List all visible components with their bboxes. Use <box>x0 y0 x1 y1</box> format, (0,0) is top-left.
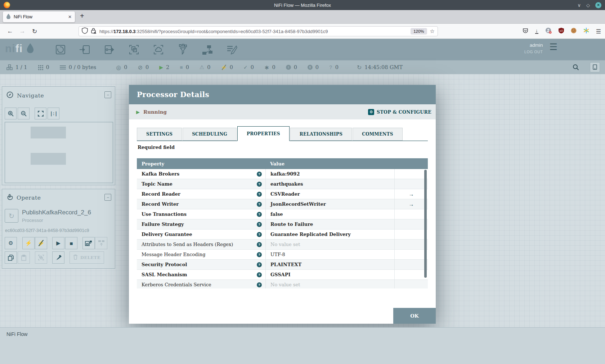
help-icon[interactable]: ? <box>257 192 262 197</box>
tab-settings[interactable]: SETTINGS <box>137 128 182 141</box>
table-scrollbar[interactable] <box>424 170 427 278</box>
delete-button[interactable]: DELETE <box>70 251 104 264</box>
status-item: ∗0 <box>264 64 275 71</box>
refresh-icon[interactable]: ↻ <box>357 64 362 71</box>
account-extension-icon[interactable] <box>545 27 552 35</box>
logout-link[interactable]: LOG OUT <box>524 50 543 54</box>
reload-icon[interactable]: ↻ <box>30 24 40 39</box>
flow-canvas[interactable]: Navigate − ❘:❘ Operate − ↻ PublishKafkaR… <box>0 74 605 327</box>
property-value: false <box>270 211 283 217</box>
tab-properties[interactable]: PROPERTIES <box>237 126 290 141</box>
output-port-draggable-icon[interactable] <box>103 43 116 56</box>
delete-label: DELETE <box>80 255 100 260</box>
window-minimize-icon[interactable]: ∨ <box>577 3 581 8</box>
window-title: NiFi Flow — Mozilla Firefox <box>0 3 605 8</box>
help-icon[interactable]: ? <box>257 232 262 237</box>
window-maximize-icon[interactable]: ◇ <box>586 3 590 8</box>
help-icon[interactable]: ? <box>257 222 262 227</box>
property-value: CSVReader <box>270 191 300 197</box>
paste-button[interactable] <box>18 251 30 264</box>
ok-button[interactable]: OK <box>393 308 436 324</box>
window-close-icon[interactable]: ✕ <box>595 2 601 8</box>
cookie-extension-icon[interactable] <box>571 28 577 35</box>
zoom-out-button[interactable] <box>18 108 30 119</box>
locally-modified-stale-icon: ! <box>308 65 313 70</box>
property-value: GSSAPI <box>270 272 291 277</box>
new-tab-button[interactable]: + <box>80 12 84 20</box>
start-button[interactable]: ▶ <box>52 237 64 249</box>
enable-button[interactable]: ⚡ <box>22 237 35 249</box>
svg-text:uO: uO <box>559 29 563 32</box>
disable-button[interactable]: ⚡ <box>35 237 47 249</box>
tracking-protection-shield-icon[interactable] <box>82 27 88 35</box>
property-name: Topic Name <box>142 181 172 187</box>
zoom-in-button[interactable] <box>5 108 17 119</box>
goto-service-icon[interactable]: → <box>409 201 414 207</box>
bookmark-star-icon[interactable]: ☆ <box>430 28 435 35</box>
process-group-draggable-icon[interactable] <box>127 43 140 56</box>
help-icon[interactable]: ? <box>257 282 262 287</box>
breadcrumb[interactable]: NiFi Flow <box>6 331 27 337</box>
panel-toggle-icon[interactable] <box>590 62 600 72</box>
label-draggable-icon[interactable] <box>225 43 238 56</box>
breadcrumb-bar: NiFi Flow <box>0 327 605 364</box>
help-icon[interactable]: ? <box>257 252 262 257</box>
help-icon[interactable]: ? <box>257 212 262 217</box>
table-row: Failure Strategy? Route to Failure <box>137 219 428 229</box>
help-icon[interactable]: ? <box>257 182 262 187</box>
processor-draggable-icon[interactable] <box>54 43 67 56</box>
zoom-actual-button[interactable]: ❘:❘ <box>48 108 59 119</box>
properties-table-body: Kafka Brokers? kafka:9092 Topic Name? ea… <box>137 169 428 288</box>
configure-button[interactable]: ⚙ <box>5 237 17 249</box>
goto-service-icon[interactable]: → <box>409 191 414 197</box>
multicolor-extension-icon[interactable] <box>583 28 589 35</box>
copy-button[interactable] <box>5 251 17 264</box>
help-icon[interactable]: ? <box>257 262 262 267</box>
zoom-level-badge[interactable]: 120% <box>411 28 427 35</box>
app-menu-icon[interactable]: ☰ <box>596 28 601 35</box>
property-value: earthquakes <box>270 181 303 187</box>
property-value: PLAINTEXT <box>270 262 301 267</box>
last-refreshed: ↻14:45:08 GMT <box>357 64 403 71</box>
save-template-button[interactable] <box>82 237 95 249</box>
search-icon[interactable] <box>572 64 579 71</box>
funnel-draggable-icon[interactable] <box>176 43 189 56</box>
connection-lock-icon[interactable] <box>91 28 97 35</box>
table-row: SASL Mechanism? GSSAPI <box>137 270 428 280</box>
downloads-icon[interactable]: ↓ <box>535 29 538 34</box>
input-port-draggable-icon[interactable] <box>79 43 91 56</box>
upload-template-button[interactable] <box>95 237 107 249</box>
tab-scheduling[interactable]: SCHEDULING <box>183 128 237 141</box>
fill-color-button[interactable] <box>52 251 64 264</box>
property-name: Record Reader <box>142 191 180 197</box>
help-icon[interactable]: ? <box>257 242 262 247</box>
forward-icon[interactable]: → <box>17 24 27 39</box>
navigate-collapse-icon[interactable]: − <box>104 91 111 98</box>
stop-button[interactable]: ■ <box>65 237 77 249</box>
table-row: Kafka Brokers? kafka:9092 <box>137 169 428 179</box>
help-icon[interactable]: ? <box>257 202 262 207</box>
pocket-icon[interactable] <box>523 28 528 35</box>
transmitting-icon: ◎ <box>116 64 121 71</box>
global-menu-icon[interactable]: ☰ <box>550 43 557 50</box>
status-item: ▶2 <box>159 64 169 70</box>
tab-comments[interactable]: COMMENTS <box>353 128 403 141</box>
stop-configure-button[interactable]: ⚙ STOP & CONFIGURE <box>368 109 431 115</box>
birdseye-minimap[interactable] <box>5 122 113 183</box>
back-icon[interactable]: ← <box>5 24 15 39</box>
operate-collapse-icon[interactable]: − <box>104 194 111 201</box>
remote-process-group-draggable-icon[interactable] <box>152 43 165 56</box>
status-item: 1 / 1 <box>6 64 27 70</box>
running-icon: ▶ <box>159 64 163 70</box>
group-button[interactable] <box>35 251 47 264</box>
ublock-extension-icon[interactable]: uO <box>559 28 564 35</box>
browser-tab[interactable]: NiFi Flow ✕ <box>3 12 75 22</box>
template-draggable-icon[interactable] <box>201 43 214 56</box>
help-icon[interactable]: ? <box>257 172 262 177</box>
running-status-icon: ▶ <box>136 109 140 115</box>
tab-close-icon[interactable]: ✕ <box>68 14 72 19</box>
help-icon[interactable]: ? <box>257 272 262 277</box>
url-bar[interactable]: https://172.18.0.3:32558/nifi/?processGr… <box>79 26 438 36</box>
zoom-fit-button[interactable] <box>35 108 46 119</box>
tab-relationships[interactable]: RELATIONSHIPS <box>290 128 352 141</box>
